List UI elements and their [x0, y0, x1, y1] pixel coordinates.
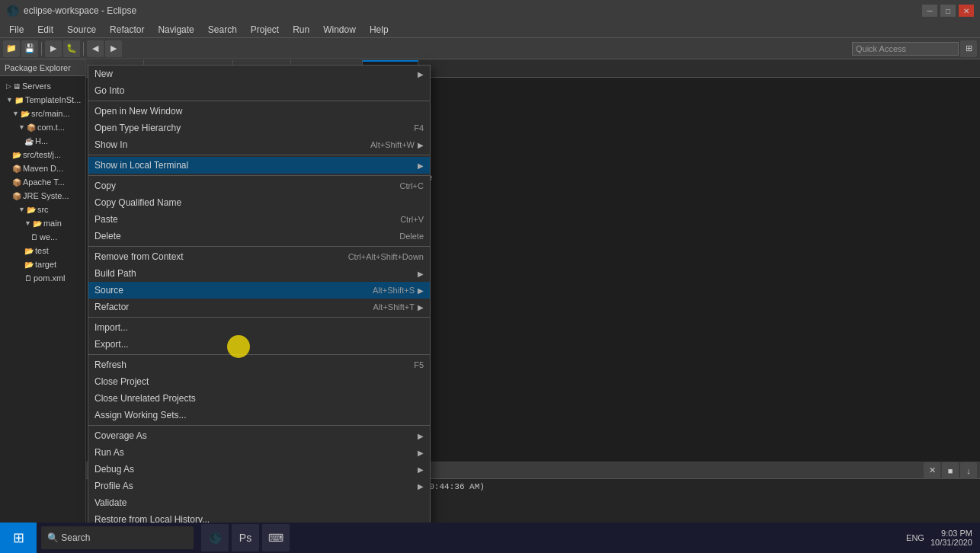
cm-refresh[interactable]: Refresh F5 — [88, 356, 430, 373]
tree-main[interactable]: ▼ 📂 main — [3, 216, 82, 230]
menu-bar: File Edit Source Refactor Navigate Searc… — [0, 21, 980, 38]
tree-templateinst[interactable]: ▼ 📁 TemplateInSt... — [3, 93, 82, 107]
taskbar-search[interactable]: 🔍 Search — [41, 526, 194, 549]
cm-refactor[interactable]: Refactor Alt+Shift+T ▶ — [88, 299, 430, 315]
cm-sep4 — [88, 246, 430, 247]
console-scroll[interactable]: ↓ — [960, 462, 977, 479]
tree-apachet[interactable]: 📦 Apache T... — [3, 175, 82, 189]
cm-validate[interactable]: Validate — [88, 494, 430, 511]
tree-jresys[interactable]: 📦 JRE Syste... — [3, 189, 82, 203]
cm-sep2 — [88, 155, 430, 155]
maximize-button[interactable]: □ — [940, 5, 956, 17]
taskbar-time: 9:03 PM — [930, 529, 972, 538]
tree-test[interactable]: 📂 test — [3, 244, 82, 257]
tree-com[interactable]: ▼ 📦 com.t... — [3, 120, 82, 134]
window-controls: ─ □ ✕ — [922, 5, 974, 17]
menu-file[interactable]: File — [3, 23, 30, 37]
taskbar-terminal[interactable]: ⌨ — [262, 524, 290, 551]
package-explorer-tree: ▷ 🖥 Servers ▼ 📁 TemplateInSt... ▼ 📂 src/… — [0, 76, 85, 523]
tree-h[interactable]: ☕ H... — [3, 134, 82, 148]
cm-go-into[interactable]: Go Into — [88, 82, 430, 99]
cm-show-local-terminal[interactable]: Show in Local Terminal ▶ — [88, 157, 430, 174]
cm-run-as[interactable]: Run As ▶ — [88, 444, 430, 461]
menu-search[interactable]: Search — [202, 23, 243, 37]
toolbar-run[interactable]: ▶ — [45, 40, 62, 57]
toolbar-back[interactable]: ◀ — [87, 40, 104, 57]
window-title: eclipse-workspace - Eclipse — [24, 5, 922, 16]
tree-servers[interactable]: ▷ 🖥 Servers — [3, 79, 82, 93]
menu-help[interactable]: Help — [363, 23, 395, 37]
cm-sep1 — [88, 101, 430, 101]
tree-target[interactable]: 📂 target — [3, 257, 82, 271]
cm-import[interactable]: Import... — [88, 319, 430, 336]
package-explorer-title: Package Explorer — [5, 63, 71, 72]
quick-access-input[interactable]: Quick Access — [852, 42, 959, 56]
cm-sep7 — [88, 425, 430, 426]
taskbar-icons: 🌑 Ps ⌨ — [201, 524, 290, 551]
menu-edit[interactable]: Edit — [31, 23, 59, 37]
toolbar-sep2 — [83, 42, 84, 56]
menu-refactor[interactable]: Refactor — [104, 23, 150, 37]
taskbar-photoshop[interactable]: Ps — [232, 524, 259, 551]
minimize-button[interactable]: ─ — [922, 5, 937, 17]
cm-export[interactable]: Export... — [88, 336, 430, 353]
toolbar-sep1 — [41, 42, 42, 56]
start-button[interactable]: ⊞ — [0, 523, 37, 553]
taskbar-eclipse[interactable]: 🌑 — [201, 524, 229, 551]
cm-remove-context[interactable]: Remove from Context Ctrl+Alt+Shift+Down — [88, 248, 430, 265]
title-bar: 🌑 eclipse-workspace - Eclipse ─ □ ✕ — [0, 0, 980, 21]
cm-close-unrelated[interactable]: Close Unrelated Projects — [88, 390, 430, 407]
menu-window[interactable]: Window — [317, 23, 362, 37]
tree-srcmain[interactable]: ▼ 📂 src/main... — [3, 107, 82, 120]
tree-srctest[interactable]: 📂 src/test/j... — [3, 148, 82, 161]
menu-run[interactable]: Run — [287, 23, 315, 37]
tree-webxml[interactable]: 🗒 we... — [3, 230, 82, 244]
toolbar-perspective[interactable]: ⊞ — [960, 40, 977, 57]
menu-project[interactable]: Project — [245, 23, 285, 37]
cm-copy-qualified-name[interactable]: Copy Qualified Name — [88, 194, 430, 211]
context-menu: New ▶ Go Into Open in New Window Open Ty… — [88, 65, 431, 553]
cm-open-type-hierarchy[interactable]: Open Type Hierarchy F4 — [88, 120, 430, 136]
cm-coverage-as[interactable]: Coverage As ▶ — [88, 427, 430, 444]
toolbar-new[interactable]: 📁 — [3, 40, 20, 57]
toolbar: 📁 💾 ▶ 🐛 ◀ ▶ Quick Access ⊞ — [0, 38, 980, 59]
menu-source[interactable]: Source — [61, 23, 102, 37]
cm-paste[interactable]: Paste Ctrl+V — [88, 211, 430, 228]
cm-assign-working-sets[interactable]: Assign Working Sets... — [88, 407, 430, 424]
cm-copy[interactable]: Copy Ctrl+C — [88, 177, 430, 194]
taskbar-right: ENG 9:03 PM 10/31/2020 — [906, 529, 980, 547]
package-explorer-header: Package Explorer — [0, 59, 85, 76]
cm-debug-as[interactable]: Debug As ▶ — [88, 461, 430, 478]
toolbar-save[interactable]: 💾 — [21, 40, 38, 57]
cm-sep5 — [88, 317, 430, 318]
cm-sep6 — [88, 354, 430, 355]
cm-new[interactable]: New ▶ — [88, 66, 430, 82]
cm-build-path[interactable]: Build Path ▶ — [88, 265, 430, 282]
cm-source[interactable]: Source Alt+Shift+S ▶ — [88, 282, 430, 299]
taskbar-clock: 9:03 PM 10/31/2020 — [930, 529, 972, 547]
cm-open-new-window[interactable]: Open in New Window — [88, 103, 430, 120]
console-clear[interactable]: ✕ — [924, 462, 940, 479]
cm-profile-as[interactable]: Profile As ▶ — [88, 478, 430, 494]
taskbar-date: 10/31/2020 — [930, 538, 972, 547]
close-button[interactable]: ✕ — [959, 5, 974, 17]
taskbar: ⊞ 🔍 Search 🌑 Ps ⌨ ENG 9:03 PM 10/31/2020 — [0, 523, 980, 553]
bottom-toolbar: ✕ ■ ↓ — [924, 462, 977, 479]
cm-close-project[interactable]: Close Project — [88, 373, 430, 390]
cm-show-in[interactable]: Show In Alt+Shift+W ▶ — [88, 136, 430, 153]
menu-navigate[interactable]: Navigate — [152, 23, 200, 37]
tree-pomxml[interactable]: 🗒 pom.xml — [3, 271, 82, 285]
console-stop[interactable]: ■ — [942, 462, 959, 479]
toolbar-debug[interactable]: 🐛 — [63, 40, 80, 57]
tree-mavend[interactable]: 📦 Maven D... — [3, 161, 82, 175]
cm-sep3 — [88, 175, 430, 176]
toolbar-fwd[interactable]: ▶ — [105, 40, 122, 57]
tree-src[interactable]: ▼ 📂 src — [3, 203, 82, 216]
left-panel: Package Explorer ▷ 🖥 Servers ▼ 📁 Templat… — [0, 59, 86, 523]
taskbar-language: ENG — [906, 533, 924, 542]
cm-delete[interactable]: Delete Delete — [88, 228, 430, 245]
